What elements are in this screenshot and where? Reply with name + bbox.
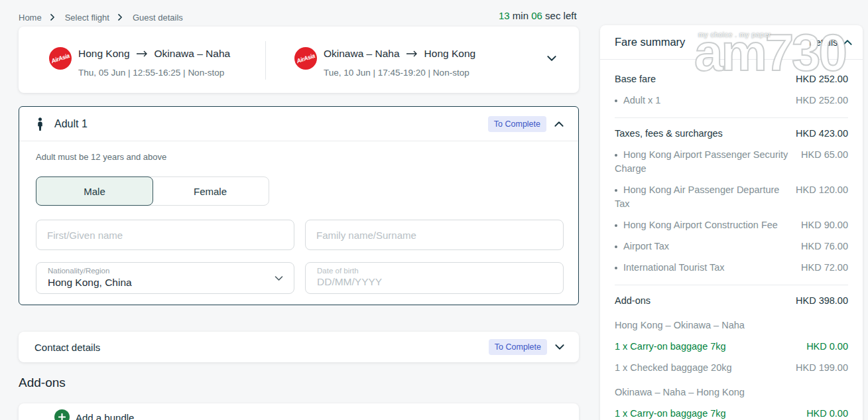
fare-summary-header: Fare summary Details am730 my choice . m…	[600, 25, 863, 60]
chevron-up-icon[interactable]	[554, 121, 564, 127]
divider	[615, 117, 848, 118]
timer-seconds: 06	[531, 10, 542, 21]
dob-label: Date of birth	[317, 267, 359, 275]
fare-line-item: 1 x Carry-on baggage 7kg HKD 0.00	[615, 407, 848, 420]
flight-segment-return: AirAsia Okinawa – Naha Hong Kong Tue, 10…	[294, 27, 520, 93]
plus-circle-icon	[54, 409, 70, 420]
family-name-input[interactable]	[305, 220, 564, 250]
breadcrumb-home[interactable]: Home	[19, 13, 42, 23]
addons-heading: Add-ons	[19, 376, 66, 390]
first-name-input[interactable]	[36, 220, 294, 250]
flight-route: Hong Kong Okinawa – Naha	[78, 48, 230, 60]
taxes-row: Taxes, fees & surcharges HKD 423.00	[615, 127, 848, 141]
segment-divider	[265, 41, 266, 80]
breadcrumb-separator-icon	[50, 15, 56, 21]
breadcrumb-select-flight[interactable]: Select flight	[65, 13, 109, 23]
arrow-right-icon	[137, 50, 148, 57]
flight-route: Okinawa – Naha Hong Kong	[324, 48, 475, 60]
addons-total-row: Add-ons HKD 398.00	[615, 294, 848, 308]
addon-bundle-label: Add a bundle	[76, 412, 134, 420]
fare-line-item: International Tourist Tax HKD 72.00	[615, 261, 848, 275]
flight-segment-outbound: AirAsia Hong Kong Okinawa – Naha Thu, 05…	[49, 27, 268, 93]
base-fare-row: Base fare HKD 252.00	[615, 72, 848, 86]
contact-details-card[interactable]: Contact details To Complete	[19, 332, 579, 362]
fare-details-toggle-label: Details	[809, 37, 837, 48]
status-badge: To Complete	[488, 116, 546, 132]
guest-form-card: Adult 1 To Complete Adult must be 12 yea…	[19, 106, 579, 305]
fare-line-item: Airport Tax HKD 76.00	[615, 240, 848, 253]
adult1-section-header[interactable]: Adult 1 To Complete	[19, 107, 578, 141]
breadcrumb-guest-details: Guest details	[133, 13, 183, 23]
timer-sec-label: sec left	[545, 10, 577, 21]
fare-line-item: 1 x Checked baggage 20kg HKD 199.00	[615, 361, 848, 375]
dob-input[interactable]	[317, 276, 542, 288]
destination-city: Okinawa – Naha	[155, 48, 231, 60]
watermark-tagline: my choice . my paper	[698, 31, 771, 38]
person-icon	[35, 117, 45, 131]
arrow-right-icon	[406, 50, 418, 57]
flight-details: Tue, 10 Jun | 17:45-19:20 | Non-stop	[324, 68, 469, 78]
fare-line-item: 1 x Carry-on baggage 7kg HKD 0.00	[615, 340, 848, 354]
fare-details-toggle[interactable]: Details	[809, 37, 852, 48]
origin-city: Okinawa – Naha	[324, 48, 400, 60]
fare-line-item: Hong Kong Airport Passenger Security Cha…	[615, 148, 848, 176]
chevron-down-icon[interactable]	[547, 56, 556, 62]
timer-minutes: 13	[499, 10, 510, 21]
fare-line-item: Hong Kong Airport Construction Fee HKD 9…	[615, 218, 848, 232]
fare-line-item: Adult x 1 HKD 252.00	[615, 94, 848, 107]
addon-bundle-card[interactable]: Add a bundle	[19, 403, 579, 420]
airasia-logo-icon: AirAsia	[294, 47, 317, 70]
gender-toggle: Female Male	[36, 176, 269, 206]
divider	[615, 285, 848, 285]
fare-line-item: Hong Kong Air Passenger Departure Tax HK…	[615, 183, 848, 211]
fare-summary-title: Fare summary	[615, 36, 685, 48]
nationality-label: Nationality/Region	[48, 267, 109, 275]
nationality-select[interactable]: Nationality/Region Hong Kong, China	[36, 262, 294, 294]
date-of-birth-field: Date of birth	[305, 262, 564, 294]
fare-summary-card: Fare summary Details am730 my choice . m…	[600, 25, 863, 420]
flight-details: Thu, 05 Jun | 12:55-16:25 | Non-stop	[78, 68, 224, 78]
chevron-down-icon[interactable]	[555, 344, 564, 350]
origin-city: Hong Kong	[78, 48, 130, 60]
breadcrumb: Home Select flight Guest details	[19, 13, 183, 23]
age-requirement-note: Adult must be 12 years and above	[36, 152, 166, 162]
section-title: Adult 1	[54, 118, 88, 130]
destination-city: Hong Kong	[424, 48, 476, 60]
male-button[interactable]: Male	[36, 176, 153, 206]
contact-section-header[interactable]: Contact details To Complete	[19, 332, 579, 362]
chevron-up-icon[interactable]	[843, 39, 852, 45]
flight-summary-card[interactable]: AirAsia Hong Kong Okinawa – Naha Thu, 05…	[19, 27, 579, 93]
section-title: Contact details	[34, 342, 100, 353]
airasia-logo-icon: AirAsia	[49, 47, 72, 70]
breadcrumb-separator-icon	[118, 15, 124, 21]
route-label: Okinawa – Naha – Hong Kong	[615, 387, 848, 397]
chevron-down-icon	[275, 276, 283, 281]
route-label: Hong Kong – Okinawa – Naha	[615, 320, 848, 330]
timer-min-label: min	[513, 10, 528, 21]
fare-summary-body: Base fare HKD 252.00 Adult x 1 HKD 252.0…	[600, 60, 863, 420]
countdown-timer: 13 min 06 sec left	[499, 10, 577, 21]
status-badge: To Complete	[489, 339, 547, 355]
nationality-value: Hong Kong, China	[48, 277, 132, 289]
